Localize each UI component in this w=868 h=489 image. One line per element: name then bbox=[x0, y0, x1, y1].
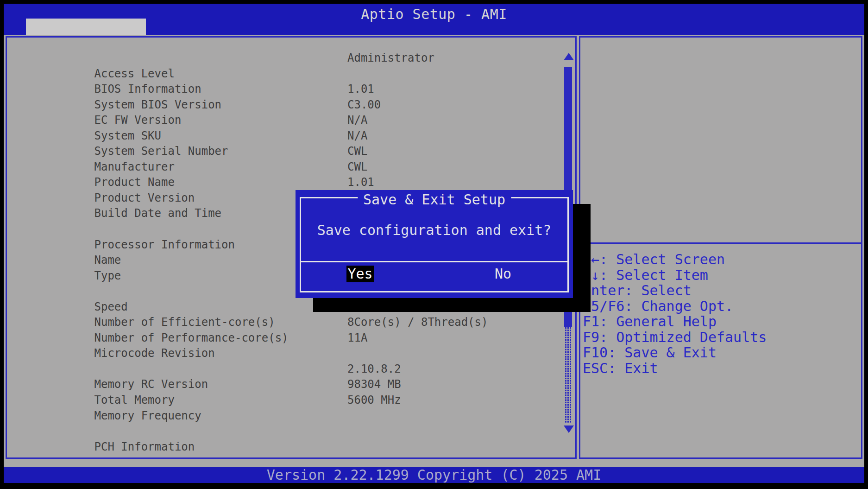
dialog-message: Save configuration and exit? bbox=[296, 222, 573, 238]
setting-row: Manufacturer CWL bbox=[7, 144, 565, 159]
setting-row bbox=[7, 346, 565, 362]
hotkey-help-line: F10: Save & Exit bbox=[583, 345, 861, 361]
setting-row: Number of Performance-core(s) 8Core(s) /… bbox=[7, 315, 565, 330]
menu-tab[interactable]: Advanced bbox=[146, 19, 299, 35]
setting-value: 8Core(s) / 8Thread(s) bbox=[347, 315, 488, 330]
menu-tab[interactable]: Save & Exit bbox=[572, 19, 751, 35]
hotkey-help-line: ↑↓: Select Item bbox=[583, 267, 861, 283]
setting-value: 2.10.8.2 bbox=[347, 362, 401, 377]
header-bar: Aptio Setup - AMI Main Advanced Security… bbox=[4, 4, 864, 35]
hotkey-help-line: ESC: Exit bbox=[583, 361, 861, 376]
menu-tab[interactable]: Boot bbox=[453, 19, 572, 35]
menu-tab[interactable]: Security bbox=[299, 19, 453, 35]
yes-button[interactable]: Yes bbox=[346, 266, 374, 282]
setting-value: 5600 MHz bbox=[347, 393, 401, 408]
save-exit-dialog: Save & Exit Setup Save configuration and… bbox=[296, 190, 573, 298]
setting-row: EC FW Version C3.00 bbox=[7, 97, 565, 113]
setting-row bbox=[7, 408, 565, 424]
no-button[interactable]: No bbox=[495, 266, 511, 282]
setting-row: System SKU N/A bbox=[7, 113, 565, 128]
setting-label: PCH Information bbox=[94, 440, 195, 453]
dialog-border bbox=[300, 197, 569, 292]
setting-value: N/A bbox=[347, 113, 367, 128]
hotkey-help-line: Enter: Select bbox=[583, 283, 861, 298]
bios-screen: Aptio Setup - AMI Main Advanced Security… bbox=[0, 0, 868, 489]
setting-value: 98304 MB bbox=[347, 377, 401, 393]
setting-value: 1.01 bbox=[347, 82, 374, 97]
setting-value: CWL bbox=[347, 159, 367, 175]
setting-value: N/A bbox=[347, 128, 367, 144]
hotkey-help-line: F5/F6: Change Opt. bbox=[583, 298, 861, 314]
menu-tab-bar: Main Advanced Security Boot Save & Exit bbox=[26, 19, 751, 35]
setting-row: System Serial Number N/A bbox=[7, 128, 565, 144]
setting-row: System BIOS Version 1.01 bbox=[7, 82, 565, 97]
setting-row: Access Level Administrator bbox=[7, 51, 565, 66]
help-panel: →←: Select Screen↑↓: Select ItemEnter: S… bbox=[579, 36, 862, 459]
setting-row: PCH Information bbox=[7, 424, 565, 439]
setting-row: Product Version 1.01 bbox=[7, 175, 565, 191]
hotkey-help-list: →←: Select Screen↑↓: Select ItemEnter: S… bbox=[583, 252, 861, 376]
setting-value: 11A bbox=[347, 330, 367, 346]
setting-value: CWL bbox=[347, 144, 367, 159]
setting-value: 1.01 bbox=[347, 175, 374, 191]
setting-row: Memory RC Version 2.10.8.2 bbox=[7, 362, 565, 377]
dialog-divider bbox=[301, 261, 567, 262]
setting-row: Product Name CWL bbox=[7, 159, 565, 175]
setting-value: Administrator bbox=[347, 51, 434, 66]
scrollbar-down-arrow-icon[interactable] bbox=[564, 425, 574, 433]
setting-row: Memory Frequency 5600 MHz bbox=[7, 393, 565, 408]
setting-value: C3.00 bbox=[347, 97, 381, 113]
scrollbar-up-arrow-icon[interactable] bbox=[564, 53, 574, 60]
dialog-title: Save & Exit Setup bbox=[358, 191, 511, 208]
scrollbar-track[interactable] bbox=[565, 327, 572, 423]
hotkey-help-line: F9: Optimized Defaults bbox=[583, 330, 861, 345]
setting-row: Total Memory 98304 MB bbox=[7, 377, 565, 393]
help-panel-divider bbox=[580, 242, 861, 244]
setting-row: Microcode Revision 11A bbox=[7, 330, 565, 346]
hotkey-help-line: →←: Select Screen bbox=[583, 252, 861, 267]
version-bar: Version 2.22.1299 Copyright (C) 2025 AMI bbox=[4, 467, 864, 483]
setting-row: BIOS Information bbox=[7, 66, 565, 82]
menu-tab[interactable]: Main bbox=[26, 19, 146, 35]
hotkey-help-line: F1: General Help bbox=[583, 314, 861, 330]
